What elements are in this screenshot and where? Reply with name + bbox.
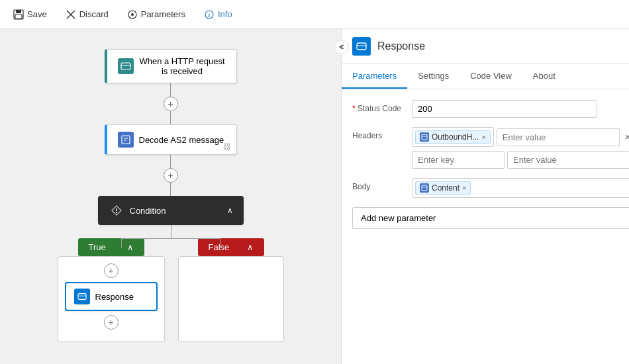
branch-left-v bbox=[121, 238, 122, 248]
condition-collapse-icon[interactable]: ∧ bbox=[227, 206, 233, 215]
line-2b bbox=[170, 183, 171, 196]
add-step-1[interactable]: + bbox=[164, 97, 178, 111]
decode-node[interactable]: Decode AS2 message ⛓ bbox=[105, 124, 237, 155]
panel-tabs: Parameters Settings Code View About bbox=[342, 64, 629, 89]
tab-settings[interactable]: Settings bbox=[407, 64, 460, 89]
branch-right-v bbox=[220, 238, 220, 248]
svg-rect-25 bbox=[422, 185, 427, 191]
right-panel: Response Parameters Settings Code View A… bbox=[341, 29, 629, 364]
condition-node[interactable]: Condition ∧ bbox=[98, 196, 244, 225]
discard-button[interactable]: Discard bbox=[63, 8, 111, 21]
svg-rect-9 bbox=[121, 63, 130, 69]
line-2 bbox=[170, 155, 171, 168]
info-icon: i bbox=[204, 9, 215, 20]
condition-node-icon bbox=[109, 203, 124, 218]
http-node-icon bbox=[118, 58, 134, 74]
true-branch-box: + Response + bbox=[58, 256, 165, 342]
status-code-label: * Status Code bbox=[352, 100, 405, 113]
header-delete-button[interactable]: × bbox=[622, 129, 629, 145]
false-branch-box bbox=[178, 256, 284, 342]
toolbar: Save Discard Parameters i Info bbox=[0, 0, 629, 29]
header-value-input[interactable] bbox=[497, 128, 620, 146]
body-tag-label: Content bbox=[432, 183, 460, 193]
decode-node-icon bbox=[118, 132, 134, 148]
header-key-tag-icon bbox=[420, 132, 429, 142]
header-key-wrap: OutboundH... × bbox=[412, 127, 494, 147]
add-param-row[interactable]: Add new parameter ∨ bbox=[352, 207, 629, 229]
branch-row: True ∧ + Response + bbox=[58, 238, 284, 342]
true-add-step[interactable]: + bbox=[104, 263, 119, 278]
http-node-label: When a HTTP requestis received bbox=[139, 56, 226, 76]
panel-title: Response bbox=[377, 40, 425, 52]
status-code-input[interactable] bbox=[412, 100, 597, 118]
body-tag-icon bbox=[420, 183, 429, 193]
tab-code-view[interactable]: Code View bbox=[460, 64, 522, 89]
svg-rect-1 bbox=[16, 10, 21, 13]
panel-header: Response bbox=[342, 29, 629, 64]
add-step-2[interactable]: + bbox=[164, 168, 178, 183]
svg-point-6 bbox=[131, 13, 134, 16]
status-code-row: * Status Code bbox=[352, 100, 629, 118]
body-input-wrap[interactable]: Content × bbox=[412, 178, 629, 198]
connector-2: + bbox=[164, 155, 178, 196]
false-branch-col: False ∧ bbox=[178, 238, 284, 342]
false-branch-button[interactable]: False ∧ bbox=[198, 238, 264, 256]
main-area: When a HTTP requestis received + Decode … bbox=[0, 29, 629, 364]
canvas: When a HTTP requestis received + Decode … bbox=[0, 29, 341, 364]
header-key-tag: OutboundH... × bbox=[415, 130, 491, 144]
decode-node-label: Decode AS2 message bbox=[139, 135, 224, 145]
discard-icon bbox=[66, 9, 76, 20]
tab-about[interactable]: About bbox=[522, 64, 566, 89]
svg-rect-11 bbox=[122, 136, 130, 144]
panel-header-wrap: Response bbox=[342, 29, 629, 64]
parameters-icon bbox=[127, 9, 138, 20]
info-button[interactable]: i Info bbox=[201, 8, 235, 21]
header-value-input-2[interactable] bbox=[507, 151, 629, 169]
parameters-button[interactable]: Parameters bbox=[124, 8, 188, 21]
body-label: Body bbox=[352, 178, 405, 191]
branch-lines bbox=[72, 225, 270, 238]
true-label: True bbox=[89, 242, 106, 252]
svg-rect-17 bbox=[77, 294, 85, 300]
svg-point-16 bbox=[116, 212, 117, 213]
response-node[interactable]: Response bbox=[65, 282, 158, 311]
body-tag-close[interactable]: × bbox=[462, 184, 466, 192]
svg-rect-2 bbox=[15, 15, 22, 19]
svg-text:i: i bbox=[209, 12, 211, 19]
line-1b bbox=[170, 111, 171, 124]
true-branch-button[interactable]: True ∧ bbox=[78, 238, 144, 256]
discard-label: Discard bbox=[79, 9, 109, 19]
response-node-label: Response bbox=[95, 292, 134, 302]
http-node[interactable]: When a HTTP requestis received bbox=[105, 49, 237, 83]
collapse-panel-button[interactable] bbox=[334, 40, 349, 54]
true-branch-col: True ∧ + Response + bbox=[58, 238, 165, 342]
save-icon bbox=[13, 9, 24, 20]
tab-parameters[interactable]: Parameters bbox=[342, 64, 407, 89]
required-asterisk: * bbox=[352, 104, 356, 113]
headers-label: Headers bbox=[352, 127, 405, 140]
false-label: False bbox=[209, 242, 230, 252]
add-param-label: Add new parameter bbox=[361, 213, 436, 223]
header-tag-close[interactable]: × bbox=[481, 133, 485, 141]
branch-h-line bbox=[121, 238, 220, 239]
info-label: Info bbox=[218, 9, 232, 19]
parameters-label: Parameters bbox=[141, 9, 185, 19]
true-add-step-bottom[interactable]: + bbox=[104, 315, 119, 330]
body-row: Body Content × bbox=[352, 178, 629, 198]
save-button[interactable]: Save bbox=[11, 8, 50, 21]
response-node-icon bbox=[74, 289, 90, 304]
header-tag-label: OutboundH... bbox=[432, 132, 479, 142]
branch-container: True ∧ + Response + bbox=[13, 225, 328, 342]
connector-1: + bbox=[164, 83, 178, 124]
flow: When a HTTP requestis received + Decode … bbox=[13, 42, 328, 342]
headers-row: Headers OutboundH... × bbox=[352, 127, 629, 169]
body-content-tag: Content × bbox=[415, 181, 471, 195]
line-1 bbox=[170, 83, 171, 97]
false-chevron-icon: ∧ bbox=[247, 242, 254, 252]
branch-v-line bbox=[171, 225, 171, 238]
header-key-input-2[interactable] bbox=[412, 151, 505, 169]
panel-body: * Status Code Headers bbox=[342, 89, 629, 364]
panel-header-icon bbox=[352, 37, 371, 56]
condition-node-label: Condition bbox=[130, 206, 222, 216]
true-chevron-icon: ∧ bbox=[127, 242, 134, 252]
